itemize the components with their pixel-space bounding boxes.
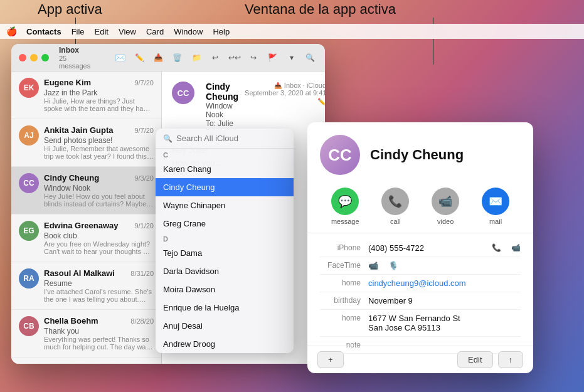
reply-icon[interactable]: ↩ [208,50,222,65]
contacts-search-bar: 🔍 [156,129,294,149]
contacts-item-moira[interactable]: Moira Dawson [156,280,294,299]
message-preview: Hi Julie, Remember that awesome trip we … [44,145,154,160]
apple-menu-icon[interactable]: 🍎 [5,25,18,38]
mail-item-eugene-kim[interactable]: EK Eugene Kim 9/7/20 Jazz in the Park Hi… [11,72,161,119]
sender-name: Ankita Jain Gupta [44,125,114,135]
add-contact-button[interactable]: + [317,351,344,368]
trash-icon[interactable]: 🗑️ [171,50,184,65]
menu-edit[interactable]: Edit [90,26,114,38]
detail-value-phone[interactable]: (408) 555-4722 [368,243,480,253]
maximize-button[interactable] [41,54,49,61]
message-from-name: Cindy Cheung [206,82,238,102]
contacts-item-wayne[interactable]: Wayne Chinapen [156,196,294,215]
menu-window[interactable]: Window [169,26,208,38]
sender-name: Chella Boehm [44,316,98,326]
contact-footer: + Edit ↑ [307,346,533,373]
detail-value-address: 1677 W San Fernando StSan Jose CA 95113 [368,314,521,332]
window-traffic-lights[interactable] [19,54,49,61]
message-action-label: message [331,218,359,225]
avatar-ankita: AJ [19,125,39,146]
message-subject: Window Nook [44,184,154,193]
contact-avatar: CC [320,135,360,175]
call-action-label: call [390,218,401,225]
mail-item-chella[interactable]: CB Chella Boehm 8/28/20 Thank you Everyt… [11,310,161,358]
detail-address: home 1677 W San Fernando StSan Jose CA 9… [320,310,521,337]
video-action-icon: 📹 [432,188,459,215]
menu-contacts[interactable]: Contacts [21,26,66,38]
compose-icon[interactable]: ✉️ [114,50,127,65]
contact-action-call[interactable]: 📞 call [381,188,409,225]
call-action-icon: 📞 [381,188,409,215]
sender-name: Eugene Kim [44,78,91,87]
sender-name: Rasoul Al Malkawi [44,268,115,278]
annotation-app-activa: App activa [38,1,102,18]
archive-icon[interactable]: 📥 [151,50,165,65]
contact-action-message[interactable]: 💬 message [331,188,359,225]
facetime-audio-icon[interactable]: 🎙️ [388,261,398,270]
message-date: 9/3/20 [134,174,154,182]
new-compose-icon[interactable]: ✏️ [132,50,146,65]
sender-name: Cindy Cheung [44,173,99,183]
contacts-search-input[interactable] [176,134,286,143]
detail-email: home cindycheung9@icloud.com [320,275,521,292]
detail-label-home-address: home [320,314,361,322]
mail-action-label: mail [489,218,502,225]
contact-details-list: iPhone (408) 555-4722 📞 📹 FaceTime 📹 🎙️ … [307,233,533,359]
search-icon[interactable]: 🔍 [304,50,317,65]
contacts-item-cindy-cheung[interactable]: Cindy Cheung [156,178,294,196]
contacts-section-c: C [156,149,294,160]
detail-facetime: FaceTime 📹 🎙️ [320,257,521,275]
message-subject: Book club [44,231,154,240]
message-date: 8/31/20 [130,270,154,277]
mail-action-icon: ✉️ [482,188,509,215]
menubar: 🍎 Contacts File Edit View Card Window He… [0,24,584,39]
phone-facetime-icon[interactable]: 📹 [511,243,521,252]
message-date: 8/28/20 [130,317,154,325]
facetime-video-icon[interactable]: 📹 [368,261,378,270]
folder-icon[interactable]: 📁 [189,50,203,65]
mail-item-edwina[interactable]: EG Edwina Greenaway 9/1/20 Book club Are… [11,215,161,262]
contacts-item-tejo[interactable]: Tejo Dama [156,244,294,262]
menu-file[interactable]: File [66,26,90,38]
mail-toolbar: Inbox 25 messages ✉️ ✏️ 📥 🗑️ 📁 ↩ ↩↩ ↪ 🚩 … [11,44,325,72]
contacts-section-d: D [156,233,294,244]
menu-help[interactable]: Help [208,26,235,38]
message-action-icon: 💬 [331,188,359,215]
message-preview: I've attached Carol's resume. She's the … [44,288,154,303]
contact-action-mail[interactable]: ✉️ mail [482,188,509,225]
minimize-button[interactable] [30,54,38,61]
edit-contact-button[interactable]: Edit [457,351,492,368]
video-action-label: video [437,218,454,225]
contacts-item-darla[interactable]: Darla Davidson [156,262,294,280]
message-date: 9/1/20 [134,222,154,230]
edit-icon[interactable]: ✏️ [245,98,325,106]
contacts-item-andrew[interactable]: Andrew Droog [156,335,294,353]
more-icon[interactable]: ▾ [284,50,298,65]
menu-card[interactable]: Card [141,26,169,38]
avatar-cindy: CC [19,173,39,193]
detail-label-iphone: iPhone [320,243,361,252]
share-contact-button[interactable]: ↑ [498,351,524,368]
message-preview: Hey Julie! How do you feel about blinds … [44,193,154,208]
message-sender-avatar: CC [172,82,194,104]
contacts-item-anuj[interactable]: Anuj Desai [156,317,294,335]
close-button[interactable] [19,54,26,61]
detail-label-home-email: home [320,278,361,287]
mail-item-cindy[interactable]: CC Cindy Cheung 9/3/20 Window Nook Hey J… [11,167,161,215]
contacts-item-greg[interactable]: Greg Crane [156,215,294,233]
detail-value-email[interactable]: cindycheung9@icloud.com [368,278,521,288]
contact-action-video[interactable]: 📹 video [432,188,459,225]
message-mailbox: Inbox · iCloud [284,82,325,89]
mail-item-rasoul[interactable]: RA Rasoul Al Malkawi 8/31/20 Resume I've… [11,262,161,310]
flag-icon[interactable]: 🚩 [265,50,279,65]
message-subject-display: Window Nook [206,102,238,119]
contact-header: CC Cindy Cheung [307,122,533,183]
contacts-item-karen-chang[interactable]: Karen Chang [156,160,294,178]
menu-view[interactable]: View [114,26,141,38]
inbox-count: 25 messages [59,55,97,70]
contacts-item-enrique[interactable]: Enrique de la Huelga [156,299,294,317]
phone-call-icon[interactable]: 📞 [492,243,501,252]
forward-icon[interactable]: ↪ [247,50,260,65]
reply-all-icon[interactable]: ↩↩ [228,50,242,65]
mail-item-ankita[interactable]: AJ Ankita Jain Gupta 9/7/20 Send photos … [11,119,161,167]
